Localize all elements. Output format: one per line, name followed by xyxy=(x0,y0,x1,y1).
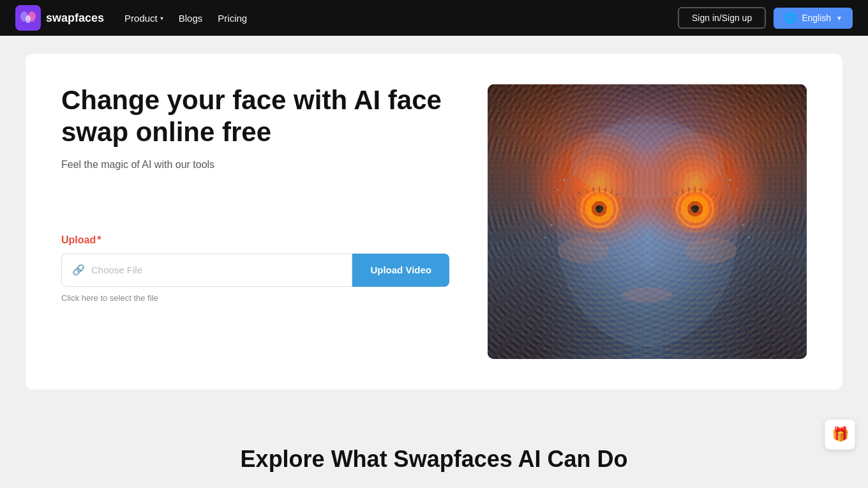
main-section: Change your face with AI face swap onlin… xyxy=(0,36,868,408)
hero-image xyxy=(488,84,807,359)
language-label: English xyxy=(802,13,831,23)
hero-title: Change your face with AI face swap onlin… xyxy=(61,84,449,149)
svg-line-40 xyxy=(689,188,689,193)
nav-blogs[interactable]: Blogs xyxy=(179,13,203,24)
svg-point-23 xyxy=(557,189,559,191)
upload-row: 🔗 Choose File Upload Video xyxy=(61,254,449,287)
navbar: swapfaces Product ▾ Blogs Pricing Sign i… xyxy=(0,0,868,36)
svg-point-5 xyxy=(571,123,724,199)
svg-point-28 xyxy=(742,224,744,226)
hero-subtitle: Feel the magic of AI with our tools xyxy=(61,159,449,171)
product-chevron-icon: ▾ xyxy=(160,15,163,22)
svg-point-26 xyxy=(736,189,738,191)
file-placeholder-text: Choose File xyxy=(91,264,142,275)
svg-point-15 xyxy=(691,205,699,213)
bottom-section: Explore What Swapfaces AI Can Do xyxy=(0,408,868,488)
svg-point-25 xyxy=(720,173,722,175)
language-button[interactable]: 🌐 English ▼ xyxy=(774,8,853,29)
svg-line-31 xyxy=(579,192,582,196)
svg-point-9 xyxy=(595,205,603,213)
svg-point-30 xyxy=(749,237,751,239)
language-chevron-icon: ▼ xyxy=(836,15,842,22)
upload-label: Upload* xyxy=(61,234,449,246)
hero-image-canvas xyxy=(488,84,807,359)
brand-logo-link[interactable]: swapfaces xyxy=(15,5,104,31)
svg-point-24 xyxy=(729,179,731,181)
svg-point-11 xyxy=(577,187,622,231)
svg-point-14 xyxy=(687,201,703,217)
link-icon: 🔗 xyxy=(72,264,85,276)
svg-point-19 xyxy=(558,238,609,263)
nav-links: Product ▾ Blogs Pricing xyxy=(124,13,657,24)
hero-image-dots xyxy=(488,84,807,359)
svg-line-35 xyxy=(605,188,606,193)
svg-line-42 xyxy=(701,188,701,193)
hero-left: Change your face with AI face swap onlin… xyxy=(61,84,449,303)
svg-line-37 xyxy=(615,193,618,197)
svg-point-10 xyxy=(581,191,617,227)
gift-button[interactable]: 🎁 xyxy=(825,419,855,450)
svg-line-36 xyxy=(611,190,613,194)
svg-point-18 xyxy=(622,287,673,303)
svg-line-38 xyxy=(675,192,678,196)
hero-card: Change your face with AI face swap onlin… xyxy=(26,54,842,390)
explore-title: Explore What Swapfaces AI Can Do xyxy=(26,446,842,473)
svg-point-17 xyxy=(673,187,717,231)
navbar-right: Sign in/Sign up 🌐 English ▼ xyxy=(678,7,853,29)
svg-point-29 xyxy=(544,237,546,239)
nav-product[interactable]: Product ▾ xyxy=(124,13,163,24)
svg-line-33 xyxy=(593,188,594,193)
nav-pricing[interactable]: Pricing xyxy=(218,13,247,24)
svg-point-12 xyxy=(675,188,715,229)
svg-point-8 xyxy=(592,201,607,217)
svg-point-16 xyxy=(677,191,713,227)
svg-point-6 xyxy=(579,188,620,229)
svg-point-21 xyxy=(563,179,565,181)
upload-hint: Click here to select the file xyxy=(61,293,449,303)
file-input-area[interactable]: 🔗 Choose File xyxy=(61,254,352,287)
svg-point-13 xyxy=(681,195,709,223)
brand-logo-icon xyxy=(15,5,41,31)
svg-line-39 xyxy=(682,189,684,194)
language-icon: 🌐 xyxy=(784,12,797,24)
upload-video-button[interactable]: Upload Video xyxy=(352,254,449,287)
svg-line-32 xyxy=(586,189,588,194)
svg-line-43 xyxy=(707,190,708,194)
gift-icon: 🎁 xyxy=(832,426,849,443)
svg-line-44 xyxy=(711,193,714,197)
sign-in-button[interactable]: Sign in/Sign up xyxy=(678,7,766,29)
brand-name-text: swapfaces xyxy=(46,11,104,25)
svg-point-20 xyxy=(685,238,737,263)
svg-point-4 xyxy=(558,116,737,346)
svg-point-3 xyxy=(26,15,31,23)
hero-right xyxy=(488,84,807,359)
svg-point-27 xyxy=(550,224,553,226)
svg-point-7 xyxy=(585,195,613,223)
svg-point-22 xyxy=(573,173,575,175)
face-svg xyxy=(488,84,807,359)
